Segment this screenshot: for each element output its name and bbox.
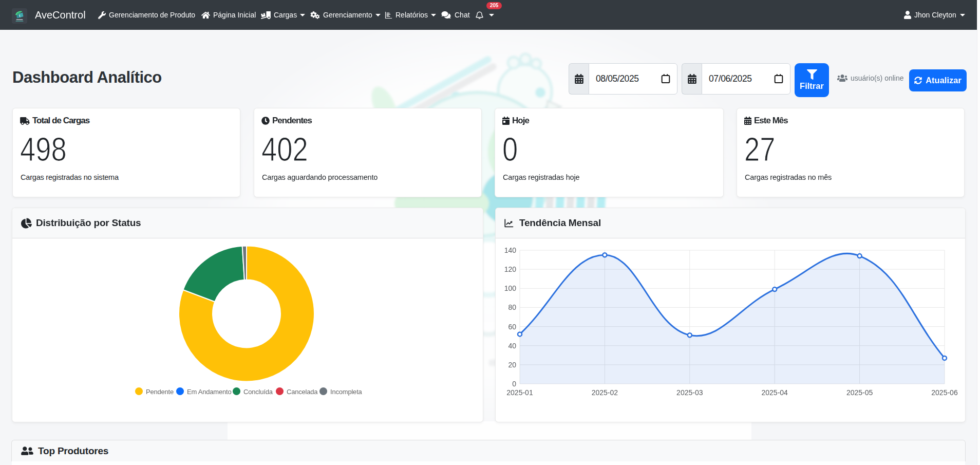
svg-text:2025-03: 2025-03 bbox=[676, 388, 703, 397]
svg-text:2025-02: 2025-02 bbox=[592, 388, 618, 397]
svg-text:2025-05: 2025-05 bbox=[846, 388, 873, 397]
svg-text:20: 20 bbox=[508, 361, 516, 369]
svg-text:2025-01: 2025-01 bbox=[506, 388, 533, 397]
svg-text:2025-04: 2025-04 bbox=[762, 388, 788, 397]
svg-text:60: 60 bbox=[508, 323, 516, 331]
svg-text:2025-06: 2025-06 bbox=[931, 388, 958, 397]
svg-text:140: 140 bbox=[504, 246, 517, 254]
svg-text:80: 80 bbox=[508, 303, 516, 311]
svg-text:100: 100 bbox=[504, 284, 517, 292]
svg-text:0: 0 bbox=[512, 380, 516, 388]
svg-text:40: 40 bbox=[508, 342, 516, 350]
svg-text:120: 120 bbox=[504, 265, 517, 273]
